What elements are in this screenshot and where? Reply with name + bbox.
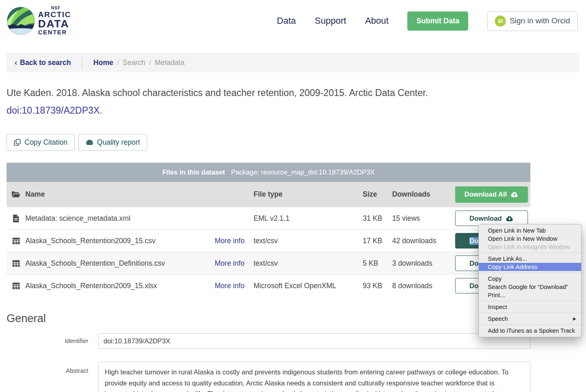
more-info-link[interactable]: More info [215, 282, 254, 290]
main-content: ‹ Back to search Home / Search / Metadat… [0, 53, 586, 392]
nav-data[interactable]: Data [277, 16, 296, 26]
files-table: Files in this dataset Package: resource_… [7, 163, 530, 297]
identifier-label: Identifier [7, 333, 98, 349]
identifier-field-row: Identifier doi:10.18739/A2DP3X [7, 333, 530, 349]
menu-separator [479, 253, 581, 253]
table-file-icon [7, 282, 25, 289]
more-info-link[interactable]: More info [215, 259, 254, 268]
menu-item-add-itunes[interactable]: Add to iTunes as a Spoken Track [479, 327, 581, 335]
menu-item-open-new-window[interactable]: Open Link in New Window [479, 235, 581, 243]
file-size: 93 KB [363, 282, 392, 290]
cloud-download-icon [505, 215, 514, 222]
citation-actions: Copy Citation Quality report [7, 134, 579, 151]
menu-separator [479, 301, 581, 301]
download-all-button[interactable]: Download All [455, 186, 528, 203]
menu-item-copy[interactable]: Copy [479, 275, 581, 283]
submenu-arrow-icon: ▶ [573, 315, 576, 323]
abstract-textarea[interactable]: High teacher turnover in rural Alaska is… [98, 362, 530, 392]
file-name[interactable]: Alaska_Schools_Rentention2009_15.xlsx [25, 282, 215, 290]
aurora-logo-icon [7, 7, 35, 35]
table-row-csv-definitions[interactable]: Alaska_Schools_Rentention_Definitions.cs… [7, 252, 530, 274]
nav-support[interactable]: Support [315, 16, 346, 26]
menu-item-search-google[interactable]: Search Google for “Download” [479, 283, 581, 291]
files-table-title: Files in this dataset [162, 168, 225, 176]
menu-separator [479, 273, 581, 273]
file-name[interactable]: Alaska_Schools_Rentention2009_15.csv [25, 237, 215, 245]
copy-citation-button[interactable]: Copy Citation [7, 134, 75, 151]
breadcrumb-search: Search [123, 58, 145, 67]
breadcrumb-divider [82, 56, 82, 69]
menu-item-print[interactable]: Print... [479, 291, 581, 299]
folder-open-icon [7, 191, 25, 198]
speech-label: Speech [488, 315, 508, 323]
menu-item-inspect[interactable]: Inspect [479, 303, 581, 311]
breadcrumb-slash: / [117, 58, 119, 67]
quality-report-label: Quality report [97, 138, 140, 147]
sign-in-orcid-button[interactable]: iD Sign in with Orcid [487, 11, 578, 31]
files-table-column-header: Name File type Size Downloads Download A… [7, 182, 530, 207]
menu-item-copy-link-address[interactable]: Copy Link Address [479, 263, 581, 271]
files-table-header-band: Files in this dataset Package: resource_… [7, 163, 530, 182]
table-row-csv-2009-15[interactable]: Alaska_Schools_Rentention2009_15.csv Mor… [7, 229, 530, 252]
cloud-download-icon [510, 191, 519, 197]
menu-item-speech[interactable]: Speech ▶ [479, 315, 581, 323]
file-icon [7, 215, 25, 222]
breadcrumb-home[interactable]: Home [93, 58, 113, 67]
file-type: text/csv [254, 237, 363, 245]
back-to-search-link[interactable]: ‹ Back to search [15, 58, 71, 67]
file-type: text/csv [254, 259, 363, 268]
download-label: Download [469, 215, 502, 222]
logo-arctic: Arctic [38, 11, 71, 18]
quality-report-button[interactable]: Quality report [79, 134, 147, 151]
main-nav: Data Support About Submit Data iD Sign i… [277, 11, 578, 31]
abstract-field-row: Abstract High teacher turnover in rural … [7, 362, 530, 392]
copy-icon [14, 139, 21, 146]
more-info-link[interactable]: More info [215, 237, 254, 245]
file-size: 5 KB [363, 259, 392, 268]
logo-data: Data [38, 18, 71, 29]
gauge-icon [86, 139, 93, 146]
doi-link[interactable]: doi:10.18739/A2DP3X [7, 105, 100, 116]
logo-text: NSF Arctic Data Center [38, 6, 71, 35]
back-to-search-label: Back to search [20, 58, 71, 67]
table-row-xlsx[interactable]: Alaska_Schools_Rentention2009_15.xlsx Mo… [7, 274, 530, 297]
context-menu: Open Link in New Tab Open Link in New Wi… [478, 224, 582, 337]
file-downloads: 8 downloads [392, 282, 453, 290]
menu-separator [479, 325, 581, 325]
back-chevron-icon: ‹ [15, 58, 17, 67]
table-row-metadata[interactable]: Metadata: science_metadata.xml EML v2.1.… [7, 207, 530, 229]
submit-data-button[interactable]: Submit Data [407, 11, 468, 31]
col-name: Name [25, 190, 215, 199]
page: NSF Arctic Data Center Data Support Abou… [0, 0, 586, 392]
file-name[interactable]: Metadata: science_metadata.xml [25, 214, 215, 223]
logo-center: Center [38, 29, 71, 35]
copy-citation-label: Copy Citation [25, 138, 67, 147]
menu-separator [479, 313, 581, 313]
breadcrumb-slash: / [149, 58, 151, 67]
citation-text: Ute Kaden. 2018. Alaska school character… [7, 87, 428, 98]
breadcrumb-metadata: Metadata [155, 58, 184, 67]
identifier-input[interactable]: doi:10.18739/A2DP3X [98, 333, 530, 349]
file-name[interactable]: Alaska_Schools_Rentention_Definitions.cs… [25, 259, 215, 268]
arctic-data-center-logo[interactable]: NSF Arctic Data Center [7, 6, 71, 35]
menu-item-open-incognito: Open Link in Incognito Window [479, 243, 581, 251]
dataset-citation: Ute Kaden. 2018. Alaska school character… [7, 84, 514, 119]
file-size: 31 KB [363, 214, 392, 223]
files-table-package: Package: resource_map_doi:10.18739/A2DP3… [231, 168, 375, 176]
menu-item-open-new-tab[interactable]: Open Link in New Tab [479, 226, 581, 235]
logo-nsf: NSF [51, 6, 71, 10]
menu-item-save-link-as[interactable]: Save Link As... [479, 255, 581, 263]
orcid-id-icon: iD [495, 16, 506, 27]
sign-in-orcid-label: Sign in with Orcid [510, 16, 570, 25]
file-type: EML v2.1.1 [254, 214, 363, 223]
download-all-label: Download All [465, 190, 507, 198]
table-file-icon [7, 260, 25, 267]
col-downloads: Downloads [392, 190, 453, 199]
file-downloads: 3 downloads [392, 259, 453, 268]
site-header: NSF Arctic Data Center Data Support Abou… [0, 0, 586, 42]
col-size: Size [363, 190, 392, 199]
abstract-label: Abstract [7, 362, 98, 392]
col-file-type: File type [254, 190, 363, 199]
file-downloads: 15 views [392, 214, 453, 223]
nav-about[interactable]: About [365, 16, 389, 26]
